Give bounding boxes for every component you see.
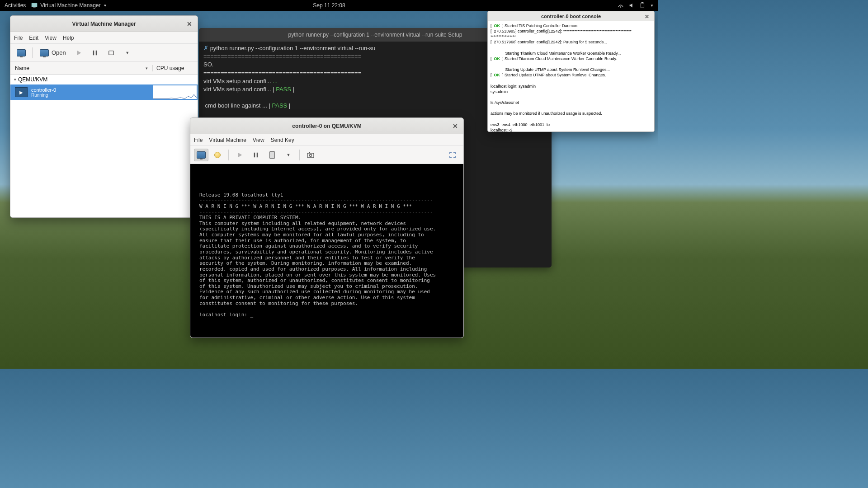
menu-edit[interactable]: Edit [29, 35, 38, 41]
close-button[interactable]: ✕ [642, 12, 651, 21]
svg-rect-5 [93, 50, 94, 55]
close-button[interactable]: ✕ [185, 19, 194, 28]
svg-rect-8 [254, 152, 255, 157]
vmm-app-icon [31, 2, 38, 9]
new-vm-button[interactable] [14, 47, 28, 59]
shutdown-menu-button[interactable]: ▼ [281, 149, 296, 161]
vmm-titlebar[interactable]: Virtual Machine Manager ✕ [10, 16, 198, 32]
shutdown-button[interactable] [265, 149, 279, 161]
open-button[interactable]: Open [36, 47, 70, 59]
bulb-icon [214, 152, 221, 158]
pause-button[interactable] [249, 149, 263, 161]
battery-icon [639, 2, 646, 9]
monitor-icon [40, 49, 49, 56]
monitor-icon [17, 49, 26, 56]
pause-button[interactable] [88, 47, 102, 59]
svg-rect-3 [641, 3, 644, 8]
shutdown-button[interactable] [104, 47, 118, 59]
svg-rect-11 [309, 152, 310, 153]
clock[interactable]: Sep 11 22:08 [313, 2, 345, 9]
col-cpu[interactable]: CPU usage [152, 65, 198, 71]
monitor-icon [197, 151, 206, 159]
svg-rect-9 [257, 152, 258, 157]
svg-point-2 [620, 6, 622, 8]
chevron-down-icon: ▼ [104, 4, 107, 8]
menu-file[interactable]: File [14, 35, 23, 41]
flash-icon [269, 151, 275, 159]
gnome-top-panel: Activities Virtual Machine Manager ▼ Sep… [0, 0, 658, 11]
vm-state: Running [31, 93, 56, 98]
vm-tree[interactable]: ▾ QEMU/KVM ▶ controller-0 Running [10, 75, 198, 217]
svg-rect-0 [32, 3, 37, 7]
vm-run-icon: ▶ [15, 87, 28, 97]
run-button[interactable] [232, 149, 247, 161]
menu-virtual-machine[interactable]: Virtual Machine [209, 137, 246, 143]
cpu-sparkline [153, 85, 197, 99]
svg-rect-6 [96, 50, 97, 55]
svg-rect-4 [642, 2, 643, 3]
run-button[interactable] [71, 47, 86, 59]
show-details-button[interactable] [210, 149, 225, 161]
menu-send-key[interactable]: Send Key [271, 137, 294, 143]
vmm-title: Virtual Machine Manager [72, 21, 136, 27]
vm-console-viewport[interactable]: Release 19.08 localhost tty1 -----------… [190, 164, 463, 338]
network-icon [618, 2, 624, 9]
shutdown-menu-button[interactable]: ▼ [120, 47, 135, 59]
boot-titlebar[interactable]: controller-0 boot console ✕ [488, 11, 654, 21]
boot-console-body[interactable]: [ OK ] Started TIS Patching Controller D… [488, 21, 654, 131]
vmm-toolbar: Open ▼ [10, 44, 198, 62]
connection-label: QEMU/KVM [18, 76, 47, 83]
col-name[interactable]: Name▾ [10, 65, 152, 71]
vm-row-controller-0[interactable]: ▶ controller-0 Running [10, 84, 198, 100]
console-titlebar[interactable]: controller-0 on QEMU/KVM ✕ [190, 118, 463, 134]
column-headers: Name▾ CPU usage [10, 62, 198, 75]
separator [299, 150, 300, 160]
vmm-menubar: File Edit View Help [10, 32, 198, 44]
vm-name: controller-0 [31, 87, 56, 93]
system-status-area[interactable]: ▼ [618, 2, 658, 9]
chevron-down-icon: ▼ [650, 4, 654, 8]
close-button[interactable]: ✕ [451, 122, 460, 131]
menu-file[interactable]: File [194, 137, 203, 143]
menu-help[interactable]: Help [63, 35, 74, 41]
volume-icon [628, 2, 635, 9]
svg-rect-1 [33, 7, 36, 8]
app-menu[interactable]: Virtual Machine Manager ▼ [31, 2, 107, 9]
expand-icon: ▾ [14, 77, 16, 82]
menu-view[interactable]: View [253, 137, 264, 143]
connection-row[interactable]: ▾ QEMU/KVM [10, 75, 198, 84]
boot-console-window: controller-0 boot console ✕ [ OK ] Start… [487, 11, 655, 132]
console-menubar: File Virtual Machine View Send Key [190, 134, 463, 146]
console-toolbar: ▼ [190, 146, 463, 164]
boot-title: controller-0 boot console [541, 14, 601, 19]
console-title: controller-0 on QEMU/KVM [292, 123, 361, 129]
fullscreen-button[interactable] [445, 149, 460, 161]
separator [32, 47, 33, 58]
activities-button[interactable]: Activities [5, 2, 26, 9]
menu-view[interactable]: View [45, 35, 57, 41]
vm-console-window: controller-0 on QEMU/KVM ✕ File Virtual … [190, 117, 464, 338]
virt-manager-window: Virtual Machine Manager ✕ File Edit View… [10, 15, 198, 218]
chevron-down-icon: ▼ [287, 153, 291, 157]
open-label: Open [52, 49, 66, 56]
app-menu-label: Virtual Machine Manager [40, 2, 100, 9]
svg-rect-7 [109, 51, 114, 55]
chevron-down-icon: ▼ [125, 51, 129, 55]
svg-rect-10 [307, 153, 314, 158]
show-console-button[interactable] [194, 149, 208, 161]
snapshot-button[interactable] [303, 149, 318, 161]
separator [228, 150, 229, 160]
sort-icon: ▾ [146, 66, 148, 70]
svg-point-12 [310, 154, 312, 156]
